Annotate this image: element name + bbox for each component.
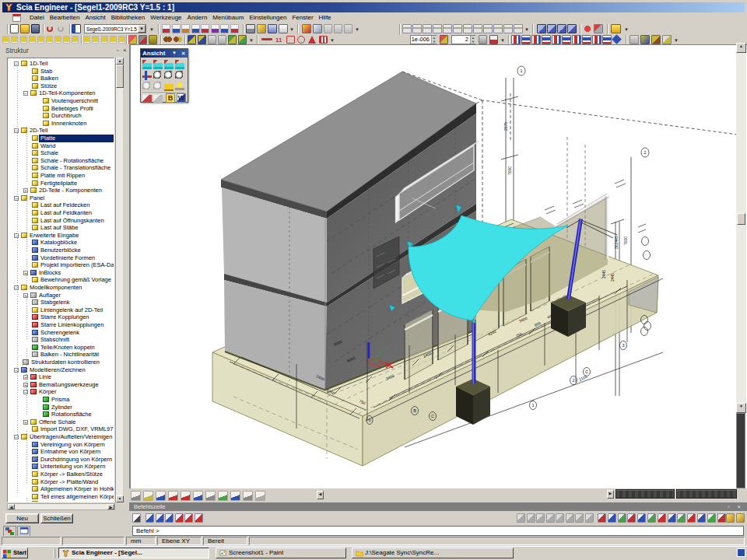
- svg-text:302445: 302445: [614, 236, 619, 249]
- svg-text:2075: 2075: [503, 122, 508, 131]
- svg-text:2445: 2445: [601, 270, 606, 278]
- svg-text:3: 3: [622, 343, 624, 348]
- svg-text:2: 2: [572, 378, 574, 383]
- svg-text:7000: 7000: [507, 166, 512, 175]
- svg-text:2445: 2445: [610, 273, 615, 282]
- svg-text:1: 1: [520, 68, 522, 73]
- svg-text:1: 1: [531, 403, 534, 408]
- svg-text:0: 0: [368, 418, 370, 422]
- svg-text:7000: 7000: [623, 236, 628, 245]
- svg-text:C: C: [431, 414, 434, 418]
- svg-text:2: 2: [644, 150, 646, 155]
- svg-text:C: C: [585, 369, 588, 374]
- svg-text:B: B: [413, 408, 416, 413]
